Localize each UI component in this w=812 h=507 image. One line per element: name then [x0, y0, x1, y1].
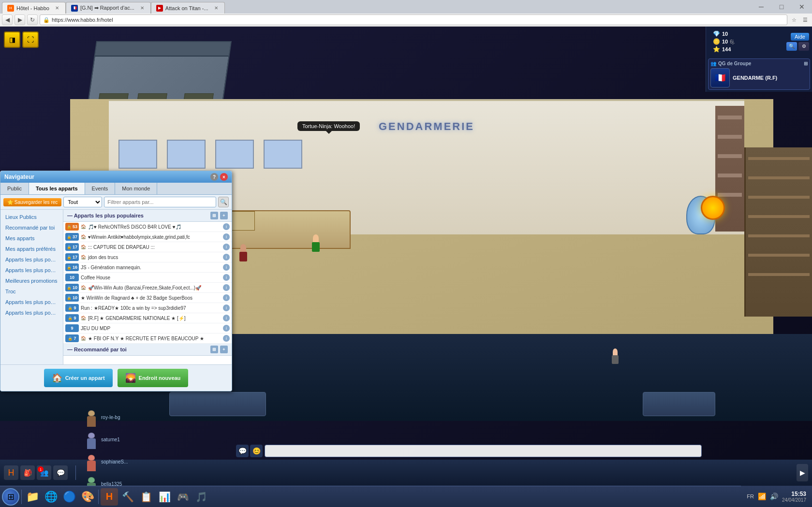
lock-icon: 🔒	[67, 255, 72, 260]
player-item[interactable]: saturne1	[80, 428, 132, 450]
room-layout-btn[interactable]: ◨	[4, 31, 20, 48]
room-row[interactable]: 🔒10🏠🚀Win-Win Auto (Banzai,Freeze,Skate,F…	[63, 283, 232, 293]
room-row[interactable]: 🔒9🏠[R.F] ★ GENDARMERIE NATIONALE ★ [⚡]i	[63, 313, 232, 323]
taskbar-tool1[interactable]: 🔨	[119, 488, 136, 506]
room-row[interactable]: 🔒17🏠jdon des trucsi	[63, 252, 232, 262]
room-row[interactable]: 10Coffee Housei	[63, 273, 232, 283]
aide-button[interactable]: Aide	[791, 33, 809, 41]
player-item[interactable]: sophianeS...	[80, 450, 132, 473]
settings-menu-icon[interactable]: ☰	[800, 15, 810, 25]
room-row[interactable]: 🔒17🏠::: CAPTURE DE DRAPEAU :::i	[63, 242, 232, 252]
nav-left-mes-apparts[interactable]: Mes apparts	[2, 233, 61, 244]
search-btn-top[interactable]: 🔍	[786, 42, 797, 51]
tab-tous-les-apparts[interactable]: Tous les apparts	[29, 183, 85, 194]
nav-left-preferes[interactable]: Mes apparts préférés	[2, 244, 61, 254]
start-button[interactable]: ⊞	[2, 488, 19, 506]
players-next-btn[interactable]: ▶	[797, 464, 808, 481]
browser-chrome: H Hôtel - Habbo ✕ 🇫🇷 [G.N] ➡ Rapport d'a…	[0, 0, 812, 27]
room-row[interactable]: 9JEU DU MDPi	[63, 323, 232, 333]
room-info-btn[interactable]: i	[223, 335, 230, 342]
habbo-logo-btn[interactable]: H	[4, 465, 18, 480]
room-search-input[interactable]	[104, 197, 216, 207]
back-btn[interactable]: ◀	[2, 14, 13, 25]
ie-icon: 🔵	[63, 491, 76, 503]
room-info-btn[interactable]: i	[223, 315, 230, 321]
taskbar-tool4[interactable]: 🎮	[174, 488, 192, 506]
rec-add-btn[interactable]: +	[220, 346, 228, 353]
nav-left-popula2[interactable]: Apparts les plus popula	[2, 265, 61, 275]
tab-events[interactable]: Events	[85, 183, 116, 194]
nav-left-popula1[interactable]: Apparts les plus popula	[2, 254, 61, 265]
room-info-btn[interactable]: i	[223, 284, 230, 291]
room-row[interactable]: 🔒10★ WinWin de Ragnard ♣ + de 32 Badge S…	[63, 293, 232, 303]
new-place-btn[interactable]: 🌄 Endroit nouveau	[118, 369, 189, 387]
taskbar-tool2[interactable]: 📋	[137, 488, 155, 506]
nav-left-recommended[interactable]: Recommandé par toi	[2, 222, 61, 233]
room-info-btn[interactable]: i	[223, 244, 230, 250]
chat-input[interactable]	[265, 445, 702, 457]
room-info-btn[interactable]: i	[223, 304, 230, 311]
room-row[interactable]: 🔒9Run : ★READY★ 100c a win by => sup3rdi…	[63, 303, 232, 313]
taskbar-folder[interactable]: 📁	[24, 488, 41, 506]
room-row[interactable]: 🔒37🏠♥Winwin Antikit♥habbolympix,skate,gr…	[63, 232, 232, 242]
reload-btn[interactable]: ↻	[27, 14, 38, 25]
tab-close-yt[interactable]: ✕	[213, 5, 220, 12]
room-info-btn[interactable]: i	[223, 264, 230, 271]
tab-close-habbo[interactable]: ✕	[54, 5, 60, 12]
rec-grid-btn[interactable]: ⊞	[210, 346, 218, 353]
tab-close-rapport[interactable]: ✕	[139, 5, 146, 12]
room-info-btn[interactable]: i	[223, 325, 230, 332]
room-row[interactable]: 🔒16JS - Génération mannequin.i	[63, 262, 232, 273]
forward-btn[interactable]: ▶	[15, 14, 25, 25]
tab-habbo[interactable]: H Hôtel - Habbo ✕	[2, 2, 66, 14]
wifi-icon: 📶	[758, 493, 766, 500]
nav-left-promo[interactable]: Meilleures promotions	[2, 275, 61, 286]
friends-btn[interactable]: 👥 1	[37, 465, 51, 480]
taskbar-paint[interactable]: 🎨	[79, 488, 96, 506]
room-info-btn[interactable]: i	[223, 254, 230, 261]
player-item[interactable]: roy-le-bg	[80, 406, 132, 428]
create-room-btn[interactable]: 🏠 Créer un appart	[44, 369, 113, 387]
tab-public[interactable]: Public	[0, 183, 29, 194]
filter-dropdown[interactable]: Tout Amis Groupes Officiel	[63, 197, 102, 207]
room-row[interactable]: 🔒7🏠★ FBI OF N.Y ★ RECRUTE ET PAYE BEAUCO…	[63, 333, 232, 344]
group-expand-icon[interactable]: ⊞	[804, 61, 808, 66]
nav-left-popula3[interactable]: Apparts les plus popula	[2, 297, 61, 307]
taskbar-habbo[interactable]: H	[101, 488, 118, 506]
chat-icon-btn[interactable]: 💬	[236, 445, 249, 457]
zoom-btn[interactable]: ⛶	[22, 31, 39, 48]
tab-yt[interactable]: ▶ Attack on Titan -... ✕	[151, 2, 225, 14]
inventory-btn[interactable]: 🎒	[20, 465, 35, 480]
navigator-close-btn[interactable]: ×	[220, 173, 228, 181]
settings-btn[interactable]: ⚙	[798, 42, 809, 51]
nav-left-popula4[interactable]: Apparts les plus popula	[2, 307, 61, 318]
nav-left-troc[interactable]: Troc	[2, 286, 61, 297]
address-bar[interactable]: 🔒 https://www.habbo.fr/hotel	[40, 14, 787, 25]
room-row[interactable]: 🔒53🏠🎵♥ ReNcONTReS DiSCO B4R LOVE ♥🎵i	[63, 222, 232, 232]
room-info-btn[interactable]: i	[223, 294, 230, 301]
close-btn[interactable]: ✕	[792, 0, 812, 13]
taskbar-tool3[interactable]: 📊	[156, 488, 173, 506]
section-grid-btn[interactable]: ⊞	[210, 212, 218, 219]
section-add-btn[interactable]: +	[220, 212, 228, 219]
chrome-icon: 🌐	[44, 491, 58, 503]
tab-label-habbo: Hôtel - Habbo	[16, 5, 49, 11]
bookmark-star-icon[interactable]: ☆	[789, 15, 799, 25]
nav-left-lieux-publics[interactable]: Lieux Publics	[2, 212, 61, 222]
save-btn[interactable]: ⭐ Sauvegarder les rec	[3, 198, 61, 206]
taskbar-ie[interactable]: 🔵	[60, 488, 78, 506]
room-info-btn[interactable]: i	[223, 233, 230, 240]
taskbar-tool5[interactable]: 🎵	[192, 488, 210, 506]
minimize-btn[interactable]: ─	[751, 0, 771, 13]
taskbar-chrome[interactable]: 🌐	[42, 488, 59, 506]
game-area: GENDARMERIE	[0, 27, 812, 460]
navigator-help-btn[interactable]: ?	[210, 173, 218, 181]
chat-btn[interactable]: 💬	[53, 465, 68, 480]
room-info-btn[interactable]: i	[223, 223, 230, 230]
tab-rapport[interactable]: 🇫🇷 [G.N] ➡ Rapport d'ac... ✕	[66, 2, 151, 14]
room-info-btn[interactable]: i	[223, 274, 230, 281]
emote-icon-btn[interactable]: 😊	[250, 445, 263, 457]
maximize-btn[interactable]: □	[771, 0, 792, 13]
tab-mon-monde[interactable]: Mon monde	[115, 183, 157, 194]
room-search-btn[interactable]: 🔍	[218, 197, 229, 207]
